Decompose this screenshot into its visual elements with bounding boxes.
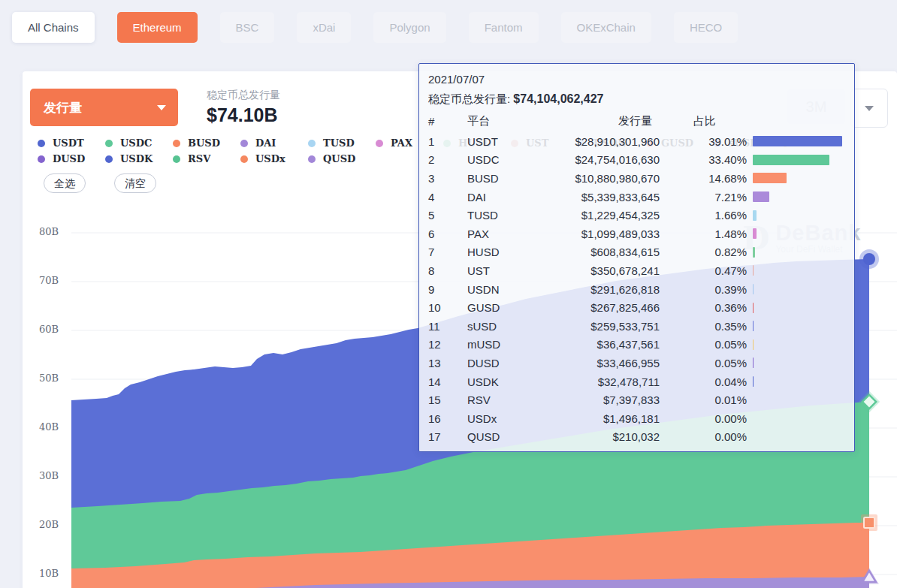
chain-tab-all-chains[interactable]: All Chains [12,12,95,43]
chain-tab-ethereum[interactable]: Ethereum [117,12,198,43]
chart-hover-tooltip: 2021/07/07 稳定币总发行量: $74,104,062,427 # 平台… [418,63,855,452]
y-axis-tick-80b: 80B [23,226,59,237]
row-platform: DAI [467,191,556,204]
row-rank: 16 [428,412,467,425]
select-all-button[interactable]: 全选 [44,173,86,193]
total-issuance-label: 稳定币总发行量 [207,89,280,102]
chevron-down-icon [157,105,166,110]
marker-circle-usdt [863,253,875,265]
chain-tab-fantom[interactable]: Fantom [469,12,539,43]
row-issuance: $7,397,833 [556,394,663,406]
row-share-bar [753,321,754,331]
tooltip-table-body: 1 USDT $28,910,301,960 39.01% 2 USDC $24… [428,132,845,446]
chain-tab-polygon[interactable]: Polygon [373,12,445,43]
row-issuance: $259,533,751 [556,320,663,333]
row-rank: 3 [428,172,467,185]
row-platform: PAX [467,228,556,240]
chain-tab-label: OKExChain [577,21,636,34]
chevron-down-icon [865,106,874,111]
row-issuance: $33,466,955 [556,357,663,369]
row-share: 0.05% [663,357,747,369]
row-issuance: $32,478,711 [556,375,663,388]
row-share: 0.01% [663,394,747,406]
tooltip-table-row: 11 sUSD $259,533,751 0.35% [428,317,845,336]
row-platform: USDN [467,283,556,296]
row-share: 1.48% [663,228,747,240]
metric-dropdown-button[interactable]: 发行量 [30,89,178,126]
chain-tab-bsc[interactable]: BSC [220,12,275,43]
row-platform: USDT [467,135,556,148]
row-rank: 14 [428,375,467,388]
row-issuance: $5,339,833,645 [556,191,663,204]
time-range-dropdown-toggle[interactable] [850,89,888,128]
row-share: 0.05% [663,338,747,351]
row-rank: 12 [428,338,467,351]
row-platform: mUSD [467,338,556,351]
row-platform: USDK [467,375,556,388]
clear-button[interactable]: 清空 [114,173,156,193]
chain-tab-okexchain[interactable]: OKExChain [561,12,651,43]
row-rank: 13 [428,357,467,369]
total-issuance-value: $74.10B [207,104,280,126]
chain-tab-bar: All Chains Ethereum BSC xDai Polygon Fan… [12,12,738,43]
row-share-bar [753,155,829,165]
y-axis-tick-40b: 40B [23,421,59,433]
tooltip-table-row: 6 PAX $1,099,489,033 1.48% [428,225,845,243]
chain-tab-heco[interactable]: HECO [674,12,738,43]
row-platform: HUSD [467,246,556,258]
y-axis-tick-50b: 50B [23,372,59,384]
row-platform: GUSD [467,301,556,314]
row-issuance: $10,880,980,670 [556,172,663,185]
chain-tab-label: Fantom [485,21,523,34]
row-platform: BUSD [467,172,556,185]
tooltip-table-row: 2 USDC $24,754,016,630 33.40% [428,151,845,170]
row-issuance: $608,834,615 [556,246,663,258]
chain-tab-label: xDai [313,21,335,34]
row-rank: 2 [428,153,467,166]
row-rank: 11 [428,320,467,333]
row-rank: 17 [428,430,467,443]
row-rank: 15 [428,394,467,406]
tooltip-table-row: 3 BUSD $10,880,980,670 14.68% [428,169,845,188]
row-share: 14.68% [663,172,747,185]
row-issuance: $267,825,466 [556,301,663,314]
row-platform: QUSD [467,430,556,443]
chain-tab-label: Ethereum [133,21,182,34]
row-platform: USDx [467,412,556,425]
row-share: 0.00% [663,430,747,443]
col-header-platform: 平台 [467,114,556,128]
y-axis-tick-20b: 20B [23,519,59,530]
tooltip-table-row: 8 UST $350,678,241 0.47% [428,261,845,280]
row-rank: 4 [428,191,467,204]
tooltip-total-label: 稳定币总发行量: [428,92,510,105]
row-rank: 6 [428,228,467,240]
row-platform: DUSD [467,357,556,369]
tooltip-table-row: 15 RSV $7,397,833 0.01% [428,390,845,409]
chain-tab-xdai[interactable]: xDai [297,12,351,43]
row-rank: 10 [428,301,467,314]
col-header-issuance: 发行量 [556,114,663,128]
row-issuance: $36,437,561 [556,338,663,351]
tooltip-table-row: 12 mUSD $36,437,561 0.05% [428,336,845,354]
row-share: 39.01% [663,135,747,148]
tooltip-table-row: 9 USDN $291,626,818 0.39% [428,280,845,299]
total-issuance-block: 稳定币总发行量 $74.10B [207,89,280,126]
chain-tab-label: BSC [236,21,259,34]
metric-dropdown-label: 发行量 [44,101,82,115]
y-axis-tick-10b: 10B [23,568,59,579]
row-rank: 9 [428,283,467,296]
row-platform: TUSD [467,209,556,222]
row-share: 7.21% [663,191,747,204]
col-header-rank: # [428,115,467,128]
y-axis-tick-60b: 60B [23,324,59,335]
row-share-bar [753,210,757,221]
chain-tab-label: All Chains [28,21,79,34]
tooltip-table-row: 7 HUSD $608,834,615 0.82% [428,243,845,262]
row-share: 0.39% [663,283,747,296]
tooltip-table-row: 13 DUSD $33,466,955 0.05% [428,354,845,372]
tooltip-table-header: # 平台 发行量 占比 [428,110,845,132]
row-platform: USDC [467,153,556,166]
tooltip-table-row: 17 QUSD $210,032 0.00% [428,428,845,447]
row-rank: 7 [428,246,467,258]
chain-tab-label: Polygon [389,21,430,34]
